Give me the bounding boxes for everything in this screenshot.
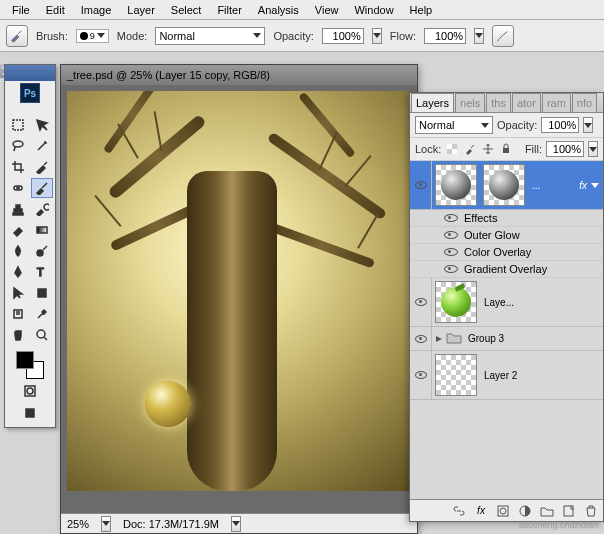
blur-tool[interactable] — [7, 241, 29, 261]
lock-transparent-icon[interactable] — [445, 142, 459, 156]
eyedropper-tool[interactable] — [31, 304, 53, 324]
move-tool[interactable] — [31, 115, 53, 135]
layer-thumbnail[interactable] — [435, 164, 477, 206]
eye-icon[interactable] — [444, 231, 458, 239]
zoom-arrow[interactable] — [101, 516, 111, 532]
layer-name[interactable]: Layer 2 — [480, 370, 603, 381]
layer-name[interactable]: ... — [528, 180, 579, 191]
effect-gradient-overlay[interactable]: Gradient Overlay — [410, 261, 603, 278]
menu-view[interactable]: View — [307, 2, 347, 18]
layer-thumbnail[interactable] — [435, 281, 477, 323]
hand-tool[interactable] — [7, 325, 29, 345]
lock-position-icon[interactable] — [481, 142, 495, 156]
new-group-icon[interactable] — [539, 503, 555, 519]
shape-tool[interactable] — [31, 283, 53, 303]
tab-info[interactable]: nfo — [572, 93, 597, 112]
layer-blend-select[interactable]: Normal — [415, 116, 493, 134]
layer-row[interactable]: Laye... — [410, 278, 603, 327]
layer-name[interactable]: Laye... — [480, 297, 603, 308]
menu-file[interactable]: File — [4, 2, 38, 18]
layer-opacity-arrow[interactable] — [583, 117, 593, 133]
fill-input[interactable]: 100% — [546, 141, 584, 157]
menu-analysis[interactable]: Analysis — [250, 2, 307, 18]
tab-history[interactable]: ator — [512, 93, 541, 112]
group-name[interactable]: Group 3 — [464, 333, 603, 344]
menu-layer[interactable]: Layer — [119, 2, 163, 18]
tab-paths[interactable]: ths — [486, 93, 511, 112]
layer-thumbnail[interactable] — [435, 354, 477, 396]
eye-icon[interactable] — [444, 265, 458, 273]
link-layers-icon[interactable] — [451, 503, 467, 519]
layer-row[interactable]: Layer 2 — [410, 351, 603, 400]
opacity-arrow[interactable] — [372, 28, 382, 44]
eye-icon[interactable] — [444, 214, 458, 222]
tab-channels[interactable]: nels — [455, 93, 485, 112]
menu-filter[interactable]: Filter — [209, 2, 249, 18]
tab-actions[interactable]: ram — [542, 93, 571, 112]
menu-select[interactable]: Select — [163, 2, 210, 18]
layer-row-selected[interactable]: ... fx — [410, 161, 603, 210]
notes-tool[interactable] — [7, 304, 29, 324]
menu-window[interactable]: Window — [346, 2, 401, 18]
visibility-toggle[interactable] — [410, 278, 432, 326]
blend-mode-select[interactable]: Normal — [155, 27, 265, 45]
marquee-tool[interactable] — [7, 115, 29, 135]
foreground-color[interactable] — [16, 351, 34, 369]
effect-color-overlay[interactable]: Color Overlay — [410, 244, 603, 261]
visibility-toggle[interactable] — [410, 351, 432, 399]
stamp-tool[interactable] — [7, 199, 29, 219]
fill-arrow[interactable] — [588, 141, 598, 157]
opacity-input[interactable]: 100% — [322, 28, 364, 44]
canvas[interactable] — [67, 91, 411, 491]
menu-edit[interactable]: Edit — [38, 2, 73, 18]
new-layer-icon[interactable] — [561, 503, 577, 519]
crop-tool[interactable] — [7, 157, 29, 177]
zoom-level[interactable]: 25% — [67, 518, 89, 530]
airbrush-icon[interactable] — [492, 25, 514, 47]
effects-header[interactable]: Effects — [410, 210, 603, 227]
fg-bg-swatches[interactable] — [16, 351, 44, 379]
screenmode-standard-icon[interactable] — [19, 403, 41, 423]
path-select-tool[interactable] — [7, 283, 29, 303]
flow-arrow[interactable] — [474, 28, 484, 44]
toolbox-header[interactable] — [5, 65, 55, 81]
doc-info-arrow[interactable] — [231, 516, 241, 532]
visibility-toggle[interactable] — [410, 161, 432, 209]
tool-preset-icon[interactable] — [6, 25, 28, 47]
pen-tool[interactable] — [7, 262, 29, 282]
group-row[interactable]: Group 3 — [410, 327, 603, 351]
visibility-toggle[interactable] — [410, 327, 432, 350]
heal-tool[interactable] — [7, 178, 29, 198]
wand-tool[interactable] — [31, 136, 53, 156]
fx-expand-icon[interactable] — [591, 183, 599, 188]
slice-tool[interactable] — [31, 157, 53, 177]
tab-layers[interactable]: Layers — [411, 93, 454, 112]
group-expand-icon[interactable] — [432, 335, 446, 343]
fx-badge[interactable]: fx — [579, 180, 587, 191]
layer-mask-thumbnail[interactable] — [483, 164, 525, 206]
brush-preset-picker[interactable]: 9 — [76, 29, 109, 43]
brush-tool[interactable] — [31, 178, 53, 198]
lock-all-icon[interactable] — [499, 142, 513, 156]
document-title-bar[interactable]: _tree.psd @ 25% (Layer 15 copy, RGB/8) — [61, 65, 417, 85]
menu-help[interactable]: Help — [402, 2, 441, 18]
layer-opacity-input[interactable]: 100% — [541, 117, 579, 133]
type-tool[interactable]: T — [31, 262, 53, 282]
lasso-tool[interactable] — [7, 136, 29, 156]
eraser-tool[interactable] — [7, 220, 29, 240]
gradient-tool[interactable] — [31, 220, 53, 240]
flow-input[interactable]: 100% — [424, 28, 466, 44]
history-brush-tool[interactable] — [31, 199, 53, 219]
adjustment-layer-icon[interactable] — [517, 503, 533, 519]
zoom-tool[interactable] — [31, 325, 53, 345]
dodge-tool[interactable] — [31, 241, 53, 261]
svg-rect-12 — [26, 409, 34, 417]
lock-pixels-icon[interactable] — [463, 142, 477, 156]
layer-mask-icon[interactable] — [495, 503, 511, 519]
effect-outer-glow[interactable]: Outer Glow — [410, 227, 603, 244]
quickmask-icon[interactable] — [19, 381, 41, 401]
menu-image[interactable]: Image — [73, 2, 120, 18]
delete-layer-icon[interactable] — [583, 503, 599, 519]
eye-icon[interactable] — [444, 248, 458, 256]
layer-style-icon[interactable]: fx — [473, 503, 489, 519]
